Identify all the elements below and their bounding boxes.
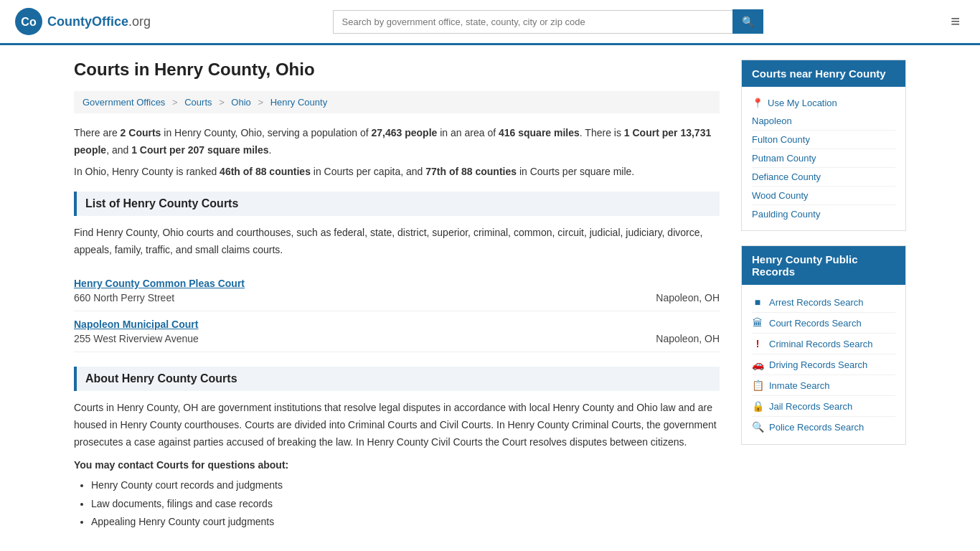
breadcrumb-government-offices[interactable]: Government Offices: [83, 97, 165, 108]
driving-icon: 🚗: [752, 359, 763, 370]
logo-area: Co CountyOffice.org: [14, 7, 151, 36]
court-city-2: Napoleon, OH: [656, 333, 720, 344]
court-link-municipal[interactable]: Napoleon Municipal Court: [74, 319, 198, 330]
driving-records-label: Driving Records Search: [769, 359, 867, 370]
use-my-location-link[interactable]: 📍 Use My Location: [752, 94, 895, 112]
criminal-records-link[interactable]: ! Criminal Records Search: [752, 334, 895, 354]
about-section: About Henry County Courts Courts in Henr…: [74, 367, 720, 531]
breadcrumb: Government Offices > Courts > Ohio > Hen…: [74, 91, 720, 113]
police-icon: 🔍: [752, 421, 763, 433]
nearby-courts-card: Courts near Henry County 📍 Use My Locati…: [741, 60, 906, 231]
court-address-1: 660 North Perry Street: [74, 292, 174, 303]
use-my-location-label: Use My Location: [768, 98, 837, 108]
list-item: Law documents, filings and case records: [91, 495, 720, 513]
court-item: Henry County Common Pleas Court 660 Nort…: [74, 270, 720, 311]
jail-records-label: Jail Records Search: [769, 401, 852, 412]
court-records-link[interactable]: 🏛 Court Records Search: [752, 313, 895, 334]
left-content: Courts in Henry County, Ohio Government …: [74, 60, 720, 531]
nearby-link-napoleon[interactable]: Napoleon: [752, 112, 895, 131]
breadcrumb-sep-1: >: [172, 97, 178, 108]
criminal-records-label: Criminal Records Search: [769, 339, 873, 349]
list-item: Henry County court records and judgments: [91, 476, 720, 494]
menu-button[interactable]: ≡: [945, 9, 966, 34]
search-icon: 🔍: [742, 16, 754, 27]
court-link-common-pleas[interactable]: Henry County Common Pleas Court: [74, 278, 245, 289]
court-list-description: Find Henry County, Ohio courts and court…: [74, 225, 720, 259]
header: Co CountyOffice.org 🔍 ≡: [0, 0, 980, 45]
arrest-records-label: Arrest Records Search: [769, 297, 864, 308]
main-container: Courts in Henry County, Ohio Government …: [60, 45, 920, 545]
location-icon: 📍: [752, 98, 763, 108]
search-input[interactable]: [333, 10, 732, 34]
contact-list: Henry County court records and judgments…: [74, 476, 720, 531]
hamburger-icon: ≡: [951, 12, 960, 30]
breadcrumb-sep-2: >: [219, 97, 225, 108]
right-sidebar: Courts near Henry County 📍 Use My Locati…: [741, 60, 906, 531]
inmate-search-label: Inmate Search: [769, 380, 830, 391]
nearby-courts-header: Courts near Henry County: [742, 60, 905, 87]
nearby-link-putnam[interactable]: Putnam County: [752, 149, 895, 168]
svg-text:Co: Co: [21, 16, 37, 28]
breadcrumb-henry-county[interactable]: Henry County: [270, 97, 327, 108]
court-row-1: 660 North Perry Street Napoleon, OH: [74, 292, 720, 303]
logo-icon: Co: [14, 7, 43, 36]
logo-text: CountyOffice.org: [47, 14, 151, 29]
arrest-icon: ■: [752, 296, 763, 308]
public-records-card: Henry County Public Records ■ Arrest Rec…: [741, 245, 906, 445]
police-records-label: Police Records Search: [769, 422, 864, 433]
court-icon: 🏛: [752, 317, 763, 329]
court-city-1: Napoleon, OH: [656, 292, 720, 303]
about-header: About Henry County Courts: [74, 367, 720, 391]
about-text: Courts in Henry County, OH are governmen…: [74, 400, 720, 451]
police-records-link[interactable]: 🔍 Police Records Search: [752, 417, 895, 437]
search-area: 🔍: [333, 9, 763, 34]
nearby-link-fulton[interactable]: Fulton County: [752, 131, 895, 149]
inmate-icon: 📋: [752, 380, 763, 391]
jail-records-link[interactable]: 🔒 Jail Records Search: [752, 396, 895, 417]
breadcrumb-courts[interactable]: Courts: [184, 97, 212, 108]
court-address-2: 255 West Riverview Avenue: [74, 333, 199, 344]
court-item-2: Napoleon Municipal Court 255 West Riverv…: [74, 311, 720, 352]
breadcrumb-ohio[interactable]: Ohio: [231, 97, 250, 108]
nearby-link-paulding[interactable]: Paulding County: [752, 205, 895, 223]
public-records-header: Henry County Public Records: [742, 246, 905, 285]
page-title: Courts in Henry County, Ohio: [74, 60, 720, 80]
nearby-courts-body: 📍 Use My Location Napoleon Fulton County…: [742, 87, 905, 230]
public-records-body: ■ Arrest Records Search 🏛 Court Records …: [742, 285, 905, 444]
stats-block: There are 2 Courts in Henry County, Ohio…: [74, 125, 720, 180]
driving-records-link[interactable]: 🚗 Driving Records Search: [752, 354, 895, 375]
contact-header: You may contact Courts for questions abo…: [74, 459, 720, 471]
criminal-icon: !: [752, 338, 763, 349]
nearby-link-wood[interactable]: Wood County: [752, 187, 895, 205]
nearby-link-defiance[interactable]: Defiance County: [752, 168, 895, 187]
arrest-records-link[interactable]: ■ Arrest Records Search: [752, 292, 895, 313]
stats-paragraph-2: In Ohio, Henry County is ranked 46th of …: [74, 164, 720, 181]
court-row-2: 255 West Riverview Avenue Napoleon, OH: [74, 333, 720, 344]
search-button[interactable]: 🔍: [732, 9, 763, 34]
list-item: Appealing Henry County court judgments: [91, 513, 720, 531]
breadcrumb-sep-3: >: [258, 97, 263, 108]
stats-paragraph-1: There are 2 Courts in Henry County, Ohio…: [74, 125, 720, 159]
court-records-label: Court Records Search: [769, 318, 862, 329]
inmate-search-link[interactable]: 📋 Inmate Search: [752, 375, 895, 396]
court-list-header: List of Henry County Courts: [74, 192, 720, 216]
jail-icon: 🔒: [752, 400, 763, 412]
